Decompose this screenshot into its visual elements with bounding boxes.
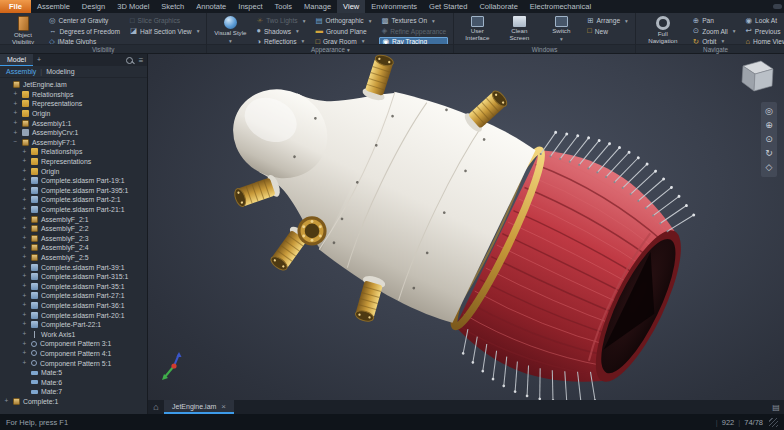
tree-expand-toggle[interactable]: + — [21, 187, 28, 194]
tree-expand-toggle[interactable]: + — [21, 293, 28, 300]
tree-item[interactable]: +Complete.sldasm Part-2:1 — [0, 195, 147, 205]
center-of-gravity-button[interactable]: ◎ Center of Gravity — [47, 16, 122, 25]
tree-expand-toggle[interactable]: + — [21, 158, 28, 165]
tree-expand-toggle[interactable]: + — [21, 245, 28, 252]
tree-item[interactable]: JetEngine.iam — [0, 80, 147, 90]
tree-expand-toggle[interactable]: + — [21, 206, 28, 213]
ribbon-tab-environments[interactable]: Environments — [365, 0, 423, 13]
ribbon-tab-get-started[interactable]: Get Started — [423, 0, 473, 13]
ribbon-tab-inspect[interactable]: Inspect — [232, 0, 268, 13]
half-section-view-button[interactable]: ◪ Half Section View — [128, 26, 201, 35]
ribbon-tab-view[interactable]: View — [337, 0, 365, 13]
tree-expand-toggle[interactable]: + — [21, 321, 28, 328]
tree-item[interactable]: +Component Pattern 5:1 — [0, 358, 147, 368]
navigate-group-label[interactable]: Navigate — [636, 44, 784, 53]
tree-item[interactable]: +Complete.sldasm Part-27:1 — [0, 291, 147, 301]
shadows-button[interactable]: ● Shadows — [254, 26, 307, 35]
tree-item[interactable]: +Complete.sldasm Part-19:1 — [0, 176, 147, 186]
navbar-wheel-icon[interactable]: ◎ — [765, 107, 773, 116]
tree-item[interactable]: +Work Axis1 — [0, 329, 147, 339]
search-icon[interactable] — [770, 0, 784, 13]
tree-item[interactable]: +Component Pattern 4:1 — [0, 349, 147, 359]
tree-expand-toggle[interactable]: + — [3, 398, 10, 405]
tree-item[interactable]: +Complete:1 — [0, 397, 147, 407]
tree-expand-toggle[interactable]: + — [21, 225, 28, 232]
browser-add-button[interactable]: + — [33, 54, 45, 66]
ribbon-tab-3d-model[interactable]: 3D Model — [111, 0, 155, 13]
ribbon-tab-manage[interactable]: Manage — [298, 0, 337, 13]
tree-expand-toggle[interactable]: − — [12, 139, 19, 146]
tree-expand-toggle[interactable]: + — [12, 101, 19, 108]
navbar-zoom-icon[interactable]: ⊙ — [765, 135, 773, 144]
tree-item[interactable]: +Complete.sldasm Part-315:1 — [0, 272, 147, 282]
ribbon-tab-assemble[interactable]: Assemble — [31, 0, 76, 13]
arrange-button[interactable]: ⊞ Arrange — [585, 16, 630, 25]
view-cube[interactable] — [734, 58, 778, 96]
tree-item[interactable]: +Complete.sldasm Part-35:1 — [0, 281, 147, 291]
tree-item[interactable]: +Complete-Part-22:1 — [0, 320, 147, 330]
look-at-button[interactable]: ◉ Look At — [744, 16, 784, 25]
textures-on-button[interactable]: ▩ Textures On — [379, 16, 448, 25]
clean-screen-button[interactable]: Clean Screen — [501, 15, 537, 42]
tree-item[interactable]: +Representations — [0, 99, 147, 109]
tree-expand-toggle[interactable]: + — [21, 235, 28, 242]
tree-expand-toggle[interactable]: + — [21, 283, 28, 290]
home-tab-icon[interactable]: ⌂ — [148, 400, 164, 414]
tree-expand-toggle[interactable]: + — [21, 350, 28, 357]
tree-expand-toggle[interactable]: + — [21, 264, 28, 271]
tree-item[interactable]: +AssemblyCrv:1 — [0, 128, 147, 138]
tree-expand-toggle[interactable]: + — [21, 254, 28, 261]
document-tab[interactable]: JetEngine.iam × — [164, 400, 234, 414]
ribbon-tab-electromechanical[interactable]: Electromechanical — [524, 0, 597, 13]
appearance-group-label[interactable]: Appearance — [207, 44, 453, 53]
resize-grip[interactable] — [769, 418, 778, 427]
tree-expand-toggle[interactable]: + — [12, 91, 19, 98]
orthographic-button[interactable]: ▤ Orthographic — [313, 16, 373, 25]
tree-expand-toggle[interactable]: + — [21, 177, 28, 184]
browser-menu-icon[interactable]: ≡ — [135, 54, 147, 66]
tree-item[interactable]: +Complete.sldasm Part-395:1 — [0, 186, 147, 196]
visibility-group-label[interactable]: Visibility — [0, 44, 206, 53]
ribbon-tab-design[interactable]: Design — [76, 0, 111, 13]
navbar-pan-icon[interactable]: ⊕ — [765, 121, 773, 130]
ribbon-tab-tools[interactable]: Tools — [268, 0, 298, 13]
tree-item[interactable]: Mate:6 — [0, 377, 147, 387]
tree-item[interactable]: +AssemblyF_2:1 — [0, 214, 147, 224]
tree-expand-toggle[interactable]: + — [21, 149, 28, 156]
navbar-lookat-icon[interactable]: ◇ — [766, 163, 773, 172]
tree-item[interactable]: +Complete.sldasm Part-21:1 — [0, 205, 147, 215]
tree-expand-toggle[interactable]: + — [12, 110, 19, 117]
modeling-subtab[interactable]: Modeling — [46, 68, 74, 75]
pan-button[interactable]: ⊕ Pan — [691, 16, 738, 25]
tree-item[interactable]: +AssemblyF_2:2 — [0, 224, 147, 234]
tree-item[interactable]: +Relationships — [0, 147, 147, 157]
tree-item[interactable]: +Representations — [0, 157, 147, 167]
browser-model-tab[interactable]: Model — [0, 54, 33, 66]
degrees-of-freedom-button[interactable]: ↔ Degrees of Freedom — [47, 26, 122, 35]
tree-expand-toggle[interactable]: + — [21, 273, 28, 280]
ribbon-tab-collaborate[interactable]: Collaborate — [473, 0, 523, 13]
assembly-subtab[interactable]: Assembly — [6, 68, 36, 75]
tree-item[interactable]: +Complete.sldasm Part-36:1 — [0, 301, 147, 311]
previous-button[interactable]: ↩ Previous — [744, 26, 784, 35]
ribbon-tab-file[interactable]: File — [0, 0, 31, 13]
tree-expand-toggle[interactable]: + — [12, 120, 19, 127]
viewport-3d[interactable]: ◎ ⊕ ⊙ ↻ ◇ ⌂ JetEngine.iam × — [148, 54, 784, 414]
tree-item[interactable]: +Complete.sldasm Part-39:1 — [0, 262, 147, 272]
tree-item[interactable]: +Origin — [0, 166, 147, 176]
tree-expand-toggle[interactable]: + — [21, 302, 28, 309]
tree-expand-toggle[interactable]: + — [21, 360, 28, 367]
tree-item[interactable]: +Relationships — [0, 90, 147, 100]
tree-expand-toggle[interactable]: + — [21, 197, 28, 204]
tree-item[interactable]: +Complete.sldasm Part-20:1 — [0, 310, 147, 320]
tab-list-icon[interactable]: ▤ — [768, 400, 784, 414]
close-document-icon[interactable]: × — [221, 402, 226, 411]
tree-expand-toggle[interactable]: + — [21, 216, 28, 223]
tree-item[interactable]: +Component Pattern 3:1 — [0, 339, 147, 349]
tree-item[interactable]: +AssemblyF_2:4 — [0, 243, 147, 253]
tree-item[interactable]: +AssemblyF_2:5 — [0, 253, 147, 263]
browser-search-icon[interactable] — [123, 54, 135, 66]
tree-item[interactable]: Mate:7 — [0, 387, 147, 397]
tree-item[interactable]: Mate:5 — [0, 368, 147, 378]
ground-plane-button[interactable]: ▬ Ground Plane — [313, 26, 373, 35]
